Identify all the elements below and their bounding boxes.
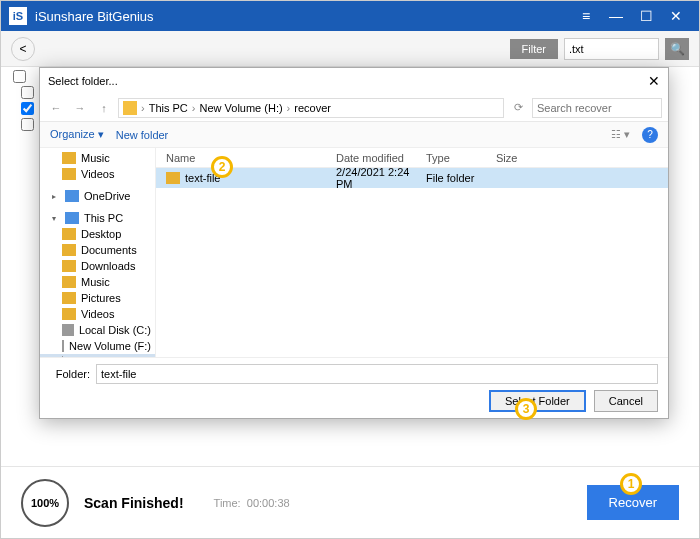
file-date: 2/24/2021 2:24 PM [336, 166, 426, 190]
sidebar-item[interactable]: Downloads [40, 258, 155, 274]
col-size[interactable]: Size [496, 152, 556, 164]
sidebar-label: Desktop [81, 228, 121, 240]
time-label: Time: 00:00:38 [214, 497, 290, 509]
nav-back-icon[interactable]: ← [46, 102, 66, 114]
organize-menu[interactable]: Organize ▾ [50, 128, 104, 141]
minimize-icon[interactable]: — [601, 8, 631, 24]
folder-label: Folder: [50, 368, 90, 380]
file-type: File folder [426, 172, 496, 184]
sidebar-label: New Volume (F:) [69, 340, 151, 352]
close-icon[interactable]: ✕ [661, 8, 691, 24]
sidebar-item[interactable]: Documents [40, 242, 155, 258]
folder-icon [62, 152, 76, 164]
file-pane: Name Date modified Type Size text-file 2… [156, 148, 668, 357]
sidebar-label: Music [81, 276, 110, 288]
callout-3: 3 [515, 398, 537, 420]
sidebar-label: Videos [81, 168, 114, 180]
toolbar: < Filter 🔍 [1, 31, 699, 67]
view-options-icon[interactable]: ☷ ▾ [611, 128, 630, 141]
app-title: iSunshare BitGenius [35, 9, 154, 24]
breadcrumb[interactable]: › This PC › New Volume (H:) › recover [118, 98, 504, 118]
sidebar-label: This PC [84, 212, 123, 224]
sidebar-item[interactable]: Desktop [40, 226, 155, 242]
dialog-title: Select folder... [48, 75, 118, 87]
refresh-icon[interactable]: ⟳ [508, 101, 528, 114]
filter-button[interactable]: Filter [510, 39, 558, 59]
sidebar-item[interactable]: Local Disk (C:) [40, 322, 155, 338]
breadcrumb-segment[interactable]: New Volume (H:) [199, 102, 282, 114]
sidebar-item[interactable]: ▸OneDrive [40, 188, 155, 204]
dialog-footer: Folder: Select Folder Cancel [40, 357, 668, 418]
filter-input[interactable] [564, 38, 659, 60]
sidebar-label: Local Disk (C:) [79, 324, 151, 336]
nav-up-icon[interactable]: ↑ [94, 102, 114, 114]
dialog-search-input[interactable] [532, 98, 662, 118]
drive-icon [62, 324, 74, 336]
nav-forward-icon[interactable]: → [70, 102, 90, 114]
col-type[interactable]: Type [426, 152, 496, 164]
select-folder-button[interactable]: Select Folder [489, 390, 586, 412]
cancel-button[interactable]: Cancel [594, 390, 658, 412]
maximize-icon[interactable]: ☐ [631, 8, 661, 24]
sidebar-item[interactable]: ▾This PC [40, 210, 155, 226]
sidebar-item[interactable]: Videos [40, 306, 155, 322]
col-date[interactable]: Date modified [336, 152, 426, 164]
folder-icon [123, 101, 137, 115]
tree-checkbox[interactable] [21, 86, 34, 99]
sidebar-label: Music [81, 152, 110, 164]
sidebar-label: Documents [81, 244, 137, 256]
app-logo-icon: iS [9, 7, 27, 25]
tree-checkbox[interactable] [21, 102, 34, 115]
folder-icon [62, 260, 76, 272]
breadcrumb-segment[interactable]: This PC [149, 102, 188, 114]
dialog-nav: ← → ↑ › This PC › New Volume (H:) › reco… [40, 94, 668, 122]
sidebar-item[interactable]: Pictures [40, 290, 155, 306]
progress-circle: 100% [21, 479, 69, 527]
pc-icon [65, 212, 79, 224]
tree-checkbox[interactable] [13, 70, 26, 83]
folder-input[interactable] [96, 364, 658, 384]
dialog-sidebar: MusicVideos▸OneDrive▾This PCDesktopDocum… [40, 148, 156, 357]
file-row[interactable]: text-file 2/24/2021 2:24 PM File folder [156, 168, 668, 188]
back-button[interactable]: < [11, 37, 35, 61]
sidebar-item[interactable]: Videos [40, 166, 155, 182]
folder-icon [62, 228, 76, 240]
titlebar: iS iSunshare BitGenius ≡ — ☐ ✕ [1, 1, 699, 31]
folder-icon [62, 292, 76, 304]
callout-2: 2 [211, 156, 233, 178]
folder-icon [166, 172, 180, 184]
sidebar-label: Downloads [81, 260, 135, 272]
sidebar-label: Pictures [81, 292, 121, 304]
sidebar-item[interactable]: New Volume (F:) [40, 338, 155, 354]
col-name[interactable]: Name [166, 152, 336, 164]
sidebar-label: Videos [81, 308, 114, 320]
folder-icon [62, 308, 76, 320]
search-button[interactable]: 🔍 [665, 38, 689, 60]
select-folder-dialog: Select folder... ✕ ← → ↑ › This PC › New… [39, 67, 669, 419]
folder-icon [62, 276, 76, 288]
folder-icon [62, 244, 76, 256]
result-tree [1, 67, 41, 467]
breadcrumb-segment[interactable]: recover [294, 102, 331, 114]
folder-icon [62, 168, 76, 180]
file-name: text-file [185, 172, 336, 184]
menu-icon[interactable]: ≡ [571, 8, 601, 24]
dialog-close-icon[interactable]: ✕ [648, 73, 660, 89]
sidebar-item[interactable]: Music [40, 274, 155, 290]
sidebar-item[interactable]: Music [40, 150, 155, 166]
help-icon[interactable]: ? [642, 127, 658, 143]
drive-icon [62, 340, 64, 352]
footer: 100% Scan Finished! Time: 00:00:38 Recov… [1, 466, 699, 538]
new-folder-button[interactable]: New folder [116, 129, 169, 141]
dialog-titlebar: Select folder... ✕ [40, 68, 668, 94]
scan-status: Scan Finished! [84, 495, 184, 511]
cloud-icon [65, 190, 79, 202]
dialog-toolbar: Organize ▾ New folder ☷ ▾ ? [40, 122, 668, 148]
callout-1: 1 [620, 473, 642, 495]
sidebar-label: OneDrive [84, 190, 130, 202]
tree-checkbox[interactable] [21, 118, 34, 131]
